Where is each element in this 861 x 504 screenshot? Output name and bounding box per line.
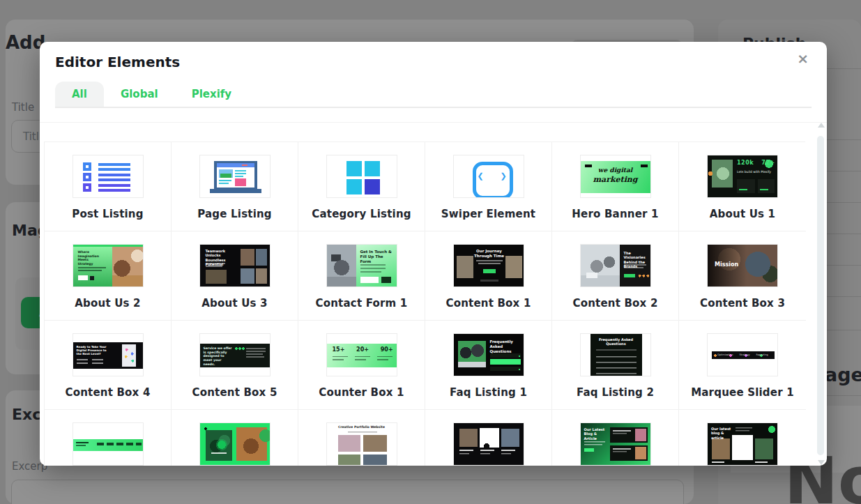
element-card[interactable] <box>45 410 172 466</box>
element-thumbnail: Ready to Take Your Digital Presence to t… <box>73 333 144 376</box>
element-card-marquee-slider-1[interactable]: Optimization Strategy Reporting Marquee … <box>679 321 806 410</box>
element-thumbnail: Frequently Asked Questions <box>453 333 524 376</box>
thumbnail-text-primary: Frequently Asked Questions <box>596 337 637 346</box>
element-card-content-box-5[interactable]: Service we offer is specifically designe… <box>172 321 298 410</box>
element-card-hero-banner-1[interactable]: we digital marketing Hero Banner 1 <box>552 142 679 231</box>
thumbnail-text-primary: The Visionaries Behind the Brands <box>624 251 648 268</box>
thumbnail-text-primary: Creative Portfolio Website <box>327 425 397 429</box>
element-card-faq-listing-2[interactable]: Frequently Asked Questions Faq Listing 2 <box>552 321 679 410</box>
thumbnail-text-primary: Optimization Strategy Reporting <box>717 353 776 356</box>
thumbnail-text-primary: Our latest blog & article <box>711 427 733 440</box>
element-card[interactable] <box>425 410 552 466</box>
thumbnail-text-primary: Frequently Asked Questions <box>490 339 519 354</box>
element-thumbnail: Our Latest Blog & Article <box>580 422 651 466</box>
element-thumbnail: Creative Portfolio Website <box>326 422 397 466</box>
element-thumbnail <box>73 155 144 198</box>
modal-title: Editor Elements <box>55 54 180 70</box>
thumbnail-text-primary: we digital <box>581 167 650 174</box>
element-thumbnail: we digital marketing <box>580 155 651 198</box>
element-card-page-listing[interactable]: Page Listing <box>172 142 298 231</box>
tab-plexify[interactable]: Plexify <box>175 82 248 107</box>
thumbnail-text-secondary: Lets build with Plexify <box>737 170 776 174</box>
element-card[interactable]: Our latest blog & article <box>679 410 806 466</box>
element-label: About Us 1 <box>710 208 776 220</box>
thumbnail-text-primary: Teamwork Unlocks Boundless Potential <box>206 249 236 266</box>
element-label: About Us 2 <box>75 297 141 310</box>
thumbnail-text-secondary: marketing <box>581 175 650 184</box>
element-thumbnail: The Visionaries Behind the Brands <box>580 244 651 287</box>
thumbnail-text-primary: Our Journey Through Time <box>469 249 510 259</box>
thumbnail-text-primary: Ready to Take Your Digital Presence to t… <box>77 345 107 356</box>
element-card-swiper-element[interactable]: Swiper Element <box>425 142 552 231</box>
thumbnail-text-primary: Get In Touch & Fill Up The Form <box>360 250 394 264</box>
element-label: Faq Listing 1 <box>450 386 527 399</box>
element-card-content-box-1[interactable]: Our Journey Through Time Content Box 1 <box>425 231 552 321</box>
element-label: Marquee Slider 1 <box>691 386 794 399</box>
element-label: Content Box 4 <box>65 386 150 399</box>
thumbnail-text-primary: Mission <box>715 261 738 268</box>
thumbnail-text-primary: 15+ 20+ 90+ <box>333 346 393 353</box>
element-thumbnail: Optimization Strategy Reporting <box>707 333 778 376</box>
thumbnail-text-primary: Our Latest Blog & Article <box>584 427 607 441</box>
element-label: Content Box 1 <box>445 297 531 310</box>
element-thumbnail: Get In Touch & Fill Up The Form <box>326 244 397 287</box>
tab-all[interactable]: All <box>55 82 104 107</box>
element-thumbnail: Where Imagination Meets Strategy <box>73 244 144 287</box>
element-thumbnail <box>199 422 271 466</box>
element-card-content-box-2[interactable]: The Visionaries Behind the Brands Conten… <box>552 231 679 321</box>
element-card-category-listing[interactable]: Category Listing <box>298 142 425 231</box>
close-icon[interactable]: × <box>797 50 809 67</box>
element-label: Contact Form 1 <box>316 297 408 310</box>
element-card-content-box-4[interactable]: Ready to Take Your Digital Presence to t… <box>45 321 172 410</box>
element-card-about-us-3[interactable]: Teamwork Unlocks Boundless Potential Abo… <box>172 231 298 321</box>
editor-elements-modal: Editor Elements × AllGlobalPlexify Post … <box>40 42 827 466</box>
element-thumbnail: Mission <box>707 244 778 287</box>
element-label: Counter Box 1 <box>319 386 404 399</box>
element-card-about-us-2[interactable]: Where Imagination Meets Strategy About U… <box>45 231 172 321</box>
modal-body: Post Listing Page Listing Category Listi… <box>40 109 827 466</box>
element-card-contact-form-1[interactable]: Get In Touch & Fill Up The Form Contact … <box>298 231 425 321</box>
element-thumbnail: Our latest blog & article <box>707 422 778 466</box>
element-thumbnail: 15+ 20+ 90+ <box>326 333 397 376</box>
element-label: Post Listing <box>72 208 143 220</box>
element-thumbnail: Service we offer is specifically designe… <box>199 333 271 376</box>
modal-tabs: AllGlobalPlexify <box>55 82 812 108</box>
element-label: About Us 3 <box>201 297 268 310</box>
element-thumbnail <box>453 422 524 466</box>
thumbnail-text-primary: Where Imagination Meets Strategy <box>78 250 103 266</box>
element-label: Content Box 2 <box>572 297 657 310</box>
element-card-faq-listing-1[interactable]: Frequently Asked Questions Faq Listing 1 <box>425 321 552 410</box>
elements-grid: Post Listing Page Listing Category Listi… <box>44 142 805 466</box>
thumbnail-text-primary: 120k 72+ <box>737 160 775 167</box>
element-thumbnail <box>199 155 271 198</box>
scroll-down-icon[interactable] <box>818 460 825 465</box>
element-card-about-us-1[interactable]: 120k 72+ Lets build with Plexify About U… <box>679 142 806 231</box>
element-card[interactable] <box>172 410 298 466</box>
element-thumbnail <box>326 155 397 198</box>
thumbnail-text-primary: Service we offer is specifically designe… <box>204 346 233 366</box>
element-thumbnail <box>73 422 144 466</box>
element-label: Category Listing <box>312 208 411 220</box>
element-label: Hero Banner 1 <box>572 208 658 220</box>
element-label: Faq Listing 2 <box>577 386 654 399</box>
element-thumbnail: Our Journey Through Time <box>453 244 524 287</box>
element-card-content-box-3[interactable]: Mission Content Box 3 <box>679 231 806 321</box>
element-card-post-listing[interactable]: Post Listing <box>45 142 172 231</box>
scrollbar-thumb[interactable] <box>817 136 824 455</box>
element-card-counter-box-1[interactable]: 15+ 20+ 90+ Counter Box 1 <box>298 321 425 410</box>
element-thumbnail: Teamwork Unlocks Boundless Potential <box>199 244 271 287</box>
element-card[interactable]: Creative Portfolio Website <box>298 410 425 466</box>
element-thumbnail: 120k 72+ Lets build with Plexify <box>707 155 778 198</box>
element-label: Content Box 3 <box>700 297 785 310</box>
element-card[interactable]: Our Latest Blog & Article <box>552 410 679 466</box>
element-label: Content Box 5 <box>192 386 277 399</box>
element-thumbnail <box>453 155 524 198</box>
tab-global[interactable]: Global <box>104 82 175 107</box>
element-label: Swiper Element <box>441 208 535 220</box>
element-label: Page Listing <box>197 208 272 220</box>
scroll-up-icon[interactable] <box>818 123 825 128</box>
element-thumbnail: Frequently Asked Questions <box>580 333 651 376</box>
